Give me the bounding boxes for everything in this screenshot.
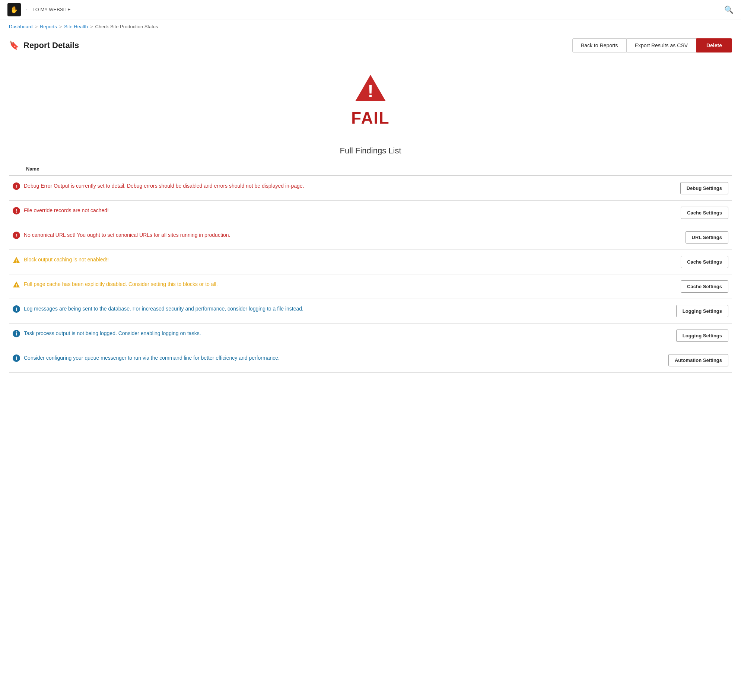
main-content: ! FAIL Full Findings List Name ! Debug E… xyxy=(0,58,741,388)
breadcrumb-reports[interactable]: Reports xyxy=(40,24,57,29)
page-header: 🔖 Report Details Back to Reports Export … xyxy=(0,34,741,58)
findings-title: Full Findings List xyxy=(9,146,732,156)
topbar: ✋ ← TO MY WEBSITE 🔍 xyxy=(0,0,741,19)
finding-status-icon: ! xyxy=(13,256,20,265)
breadcrumb-sep-1: > xyxy=(35,24,38,29)
finding-text: Consider configuring your queue messenge… xyxy=(24,354,279,362)
settings-button[interactable]: Debug Settings xyxy=(680,182,728,194)
finding-row: ! No canonical URL set! You ought to set… xyxy=(13,231,661,241)
finding-row: ! File override records are not cached! xyxy=(13,207,661,216)
svg-text:!: ! xyxy=(16,233,17,238)
svg-text:!: ! xyxy=(16,208,17,214)
finding-row: ! Debug Error Output is currently set to… xyxy=(13,182,661,192)
arrow-left-icon: ← xyxy=(25,7,30,12)
svg-text:!: ! xyxy=(16,184,17,189)
finding-text: Task process output is not being logged.… xyxy=(24,329,201,337)
settings-button[interactable]: Cache Settings xyxy=(681,256,728,268)
finding-row: i Task process output is not being logge… xyxy=(13,329,661,339)
breadcrumb-site-health[interactable]: Site Health xyxy=(64,24,88,29)
finding-text: File override records are not cached! xyxy=(24,207,109,215)
svg-text:!: ! xyxy=(16,283,17,288)
search-button[interactable]: 🔍 xyxy=(724,5,734,14)
findings-table: Name ! Debug Error Output is currently s… xyxy=(9,163,732,373)
header-actions: Back to Reports Export Results as CSV De… xyxy=(572,38,732,53)
finding-status-icon: i xyxy=(13,305,20,315)
finding-status-icon: ! xyxy=(13,232,20,241)
settings-button[interactable]: Automation Settings xyxy=(668,354,728,366)
breadcrumb-dashboard[interactable]: Dashboard xyxy=(9,24,33,29)
table-row: i Task process output is not being logge… xyxy=(9,324,732,348)
table-row: ! File override records are not cached! … xyxy=(9,201,732,225)
bookmark-icon: 🔖 xyxy=(9,41,19,50)
svg-text:i: i xyxy=(16,306,17,312)
settings-button[interactable]: Logging Settings xyxy=(676,329,728,342)
breadcrumb: Dashboard > Reports > Site Health > Chec… xyxy=(0,19,741,34)
search-icon: 🔍 xyxy=(724,6,734,14)
warning-triangle-icon: ! xyxy=(354,73,387,103)
settings-button[interactable]: Logging Settings xyxy=(676,305,728,317)
finding-row: ! Full page cache has been explicitly di… xyxy=(13,280,661,290)
finding-text: Debug Error Output is currently set to d… xyxy=(24,182,304,190)
breadcrumb-sep-2: > xyxy=(59,24,62,29)
table-row: i Consider configuring your queue messen… xyxy=(9,348,732,373)
table-row: i Log messages are being sent to the dat… xyxy=(9,299,732,324)
settings-button[interactable]: URL Settings xyxy=(685,231,728,244)
export-csv-button[interactable]: Export Results as CSV xyxy=(627,38,696,53)
table-row: ! Debug Error Output is currently set to… xyxy=(9,176,732,201)
svg-text:i: i xyxy=(16,355,17,361)
breadcrumb-sep-3: > xyxy=(90,24,93,29)
col-action-header xyxy=(665,163,732,176)
back-to-reports-button[interactable]: Back to Reports xyxy=(572,38,627,53)
finding-status-icon: i xyxy=(13,330,20,339)
fail-label: FAIL xyxy=(351,109,390,127)
svg-text:!: ! xyxy=(368,82,373,101)
app-logo: ✋ xyxy=(7,3,21,16)
finding-text: No canonical URL set! You ought to set c… xyxy=(24,231,230,239)
table-row: ! Block output caching is not enabled!! … xyxy=(9,250,732,274)
page-title: Report Details xyxy=(24,41,79,50)
finding-status-icon: i xyxy=(13,354,20,364)
svg-text:!: ! xyxy=(16,259,17,263)
finding-row: i Consider configuring your queue messen… xyxy=(13,354,661,364)
col-name-header: Name xyxy=(9,163,665,176)
findings-section: Full Findings List Name ! Debug Error Ou… xyxy=(9,146,732,373)
fail-section: ! FAIL xyxy=(9,58,732,138)
finding-row: i Log messages are being sent to the dat… xyxy=(13,305,661,315)
settings-button[interactable]: Cache Settings xyxy=(681,280,728,293)
back-to-website-link[interactable]: ← TO MY WEBSITE xyxy=(25,7,71,12)
finding-status-icon: ! xyxy=(13,207,20,216)
breadcrumb-current: Check Site Production Status xyxy=(95,24,158,29)
finding-text: Full page cache has been explicitly disa… xyxy=(24,280,218,288)
finding-status-icon: ! xyxy=(13,182,20,192)
table-row: ! Full page cache has been explicitly di… xyxy=(9,274,732,299)
settings-button[interactable]: Cache Settings xyxy=(681,207,728,219)
finding-text: Block output caching is not enabled!! xyxy=(24,256,109,263)
finding-row: ! Block output caching is not enabled!! xyxy=(13,256,661,265)
finding-text: Log messages are being sent to the datab… xyxy=(24,305,303,313)
finding-status-icon: ! xyxy=(13,281,20,290)
svg-text:i: i xyxy=(16,331,17,337)
table-row: ! No canonical URL set! You ought to set… xyxy=(9,225,732,250)
delete-button[interactable]: Delete xyxy=(696,38,732,53)
